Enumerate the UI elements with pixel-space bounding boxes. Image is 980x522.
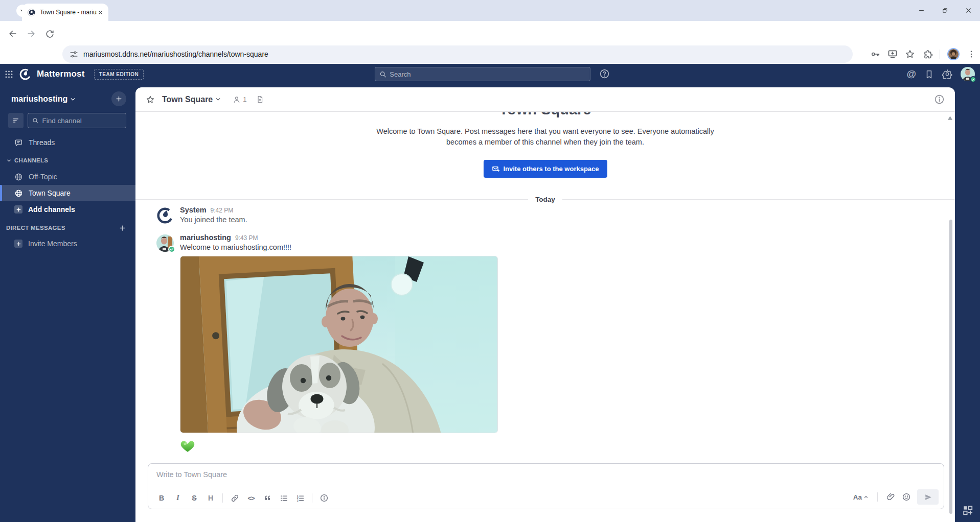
back-button[interactable] [7,28,18,39]
send-button[interactable] [917,489,939,505]
numbered-list-button[interactable]: 123 [293,491,307,505]
numbered-list-icon: 123 [296,494,305,503]
sidebar-item-town-square[interactable]: Town Square [0,185,135,201]
composer-right-controls: Aa [853,489,939,505]
product-switcher-icon[interactable] [4,69,14,79]
toolbar-right [870,45,976,63]
formatting-toolbar: B I S H <> 123 [154,491,331,505]
chevron-down-icon [6,158,12,163]
extensions-icon[interactable] [922,49,932,59]
channel-name[interactable]: Town Square [162,95,213,104]
attach-file-button[interactable] [886,492,896,502]
window-close-button[interactable] [956,0,980,21]
invite-members-label: Invite Members [28,240,77,248]
tab-close-icon[interactable] [98,10,103,15]
post-timestamp: 9:43 PM [235,234,258,242]
tab-title: Town Square - marius [40,9,97,16]
global-header: Mattermost TEAM EDITION @ [0,64,980,84]
post-author[interactable]: System [180,206,207,214]
category-label: DIRECT MESSAGES [6,225,65,231]
settings-gear-icon[interactable] [942,69,952,79]
chevron-down-icon[interactable] [215,96,221,103]
edition-badge: TEAM EDITION [94,69,144,80]
member-count[interactable]: 1 [233,96,246,104]
site-info-icon[interactable] [70,50,78,59]
strikethrough-button[interactable]: S [187,491,201,505]
forward-button[interactable] [26,28,37,39]
reload-button[interactable] [44,28,55,39]
post-system[interactable]: System 9:42 PM You joined the team. [156,206,924,224]
post-mariushosting[interactable]: mariushosting 9:43 PM Welcome to mariush… [156,233,924,454]
verified-status-badge [168,246,175,253]
category-label: CHANNELS [14,157,48,163]
toolbar-separator [940,50,940,59]
install-app-icon[interactable] [887,49,898,59]
find-channel-box[interactable] [28,113,126,128]
add-channels-label: Add channels [28,205,75,213]
window-restore-button[interactable] [933,0,956,21]
envelope-plus-icon [491,165,499,173]
mattermost-logo [19,68,32,81]
user-avatar[interactable] [961,67,975,81]
threads-icon [14,138,23,147]
window-minimize-button[interactable] [909,0,933,21]
pinned-files-icon[interactable] [256,96,264,103]
channels-category[interactable]: CHANNELS [0,154,135,167]
search-input[interactable] [390,70,586,78]
channel-panel: Town Square 1 Town Square Welcome to Tow… [135,87,955,522]
direct-messages-category[interactable]: DIRECT MESSAGES [0,221,135,234]
send-icon [924,493,932,502]
saved-posts-icon[interactable] [924,69,934,79]
window-controls [909,0,980,21]
bulleted-list-button[interactable] [277,491,291,505]
green-heart-emoji[interactable] [180,438,195,454]
apps-grid-button[interactable] [962,505,973,516]
browser-profile-avatar[interactable] [947,48,960,60]
password-key-icon[interactable] [870,49,880,59]
team-menu[interactable]: mariushosting [0,90,135,108]
sidebar-item-add-channels[interactable]: Add channels [0,201,135,218]
message-input[interactable]: Write to Town Square [156,470,936,479]
attached-image[interactable] [180,256,498,433]
info-circle-icon [320,493,329,503]
browser-menu-icon[interactable] [967,50,976,59]
post-author[interactable]: mariushosting [180,233,231,242]
sidebar-item-threads[interactable]: Threads [0,134,135,151]
link-button[interactable] [227,491,242,505]
quote-button[interactable] [260,491,275,505]
invite-others-button[interactable]: Invite others to the workspace [483,160,607,178]
formatting-help-button[interactable] [317,491,331,505]
sidebar-item-off-topic[interactable]: Off-Topic [0,169,135,185]
post-text: Welcome to mariushosting.com!!!! [180,243,924,251]
url-text[interactable]: mariusmost.ddns.net/mariushosting/channe… [83,50,268,58]
emoji-button[interactable] [902,492,911,502]
scrollbar-thumb[interactable] [949,220,952,514]
search-icon [32,117,38,124]
bookmark-star-icon[interactable] [905,49,915,59]
channel-intro-text: Welcome to Town Square. Post messages he… [372,126,719,148]
help-icon[interactable] [599,68,610,79]
global-search[interactable] [375,67,590,81]
formatting-toggle-button[interactable]: Aa [853,493,869,501]
date-divider-label[interactable]: Today [528,196,562,203]
globe-icon [14,173,23,181]
find-channel-input[interactable] [42,117,122,125]
heading-button[interactable]: H [203,491,218,505]
channel-filter-button[interactable] [8,113,24,128]
italic-button[interactable]: I [171,491,185,505]
add-direct-message-button[interactable] [119,224,126,232]
sidebar-item-invite-members[interactable]: Invite Members [0,235,135,252]
smiley-icon [902,492,911,502]
bold-button[interactable]: B [154,491,169,505]
scroll-up-arrow[interactable] [948,116,952,120]
add-team-button[interactable] [111,91,126,106]
address-bar[interactable]: mariusmost.ddns.net/mariushosting/channe… [62,45,853,63]
globe-icon [14,189,23,198]
browser-tab[interactable]: Town Square - marius [22,4,108,21]
screen: Town Square - marius mariusmost.ddns.net… [0,0,980,522]
mentions-icon[interactable]: @ [906,68,916,80]
channel-info-icon[interactable] [934,94,945,105]
formatting-toggle-label: Aa [853,493,862,501]
code-button[interactable]: <> [244,491,258,505]
favorite-star-icon[interactable] [146,95,155,104]
